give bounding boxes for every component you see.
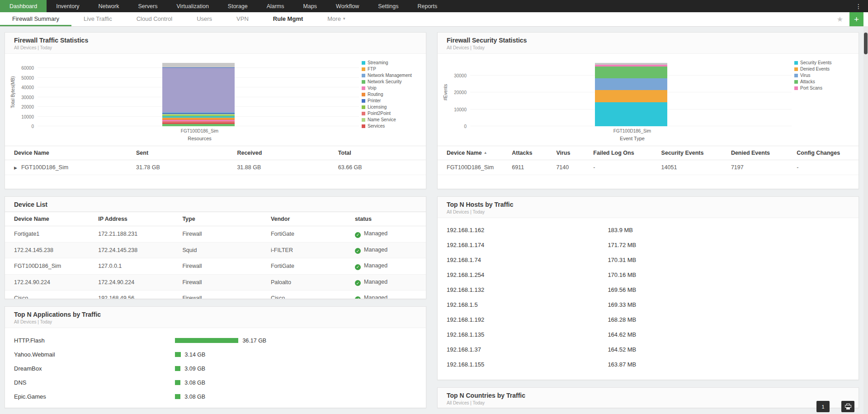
sub-nav-tabs: Firewall SummaryLive TrafficCloud Contro… bbox=[0, 12, 357, 26]
top-nav-item-settings[interactable]: Settings bbox=[368, 0, 408, 12]
alarms-shortcut-button[interactable]: 1 bbox=[816, 401, 830, 412]
sub-tab-more[interactable]: More▾ bbox=[315, 12, 357, 26]
top-nav-item-reports[interactable]: Reports bbox=[408, 0, 447, 12]
column-header-received[interactable]: Received bbox=[228, 146, 329, 160]
legend-item-services: Services bbox=[362, 124, 420, 128]
legend-item-network-management: Network Management bbox=[362, 73, 420, 78]
top-countries-card: Top N Countries by Traffic All Devices |… bbox=[437, 387, 859, 408]
y-tick-label: 20000 bbox=[21, 105, 34, 109]
legend-label: Routing bbox=[368, 92, 383, 97]
application-traffic-bar bbox=[175, 338, 238, 343]
sub-tab-live-traffic[interactable]: Live Traffic bbox=[71, 12, 124, 26]
column-header-status[interactable]: status bbox=[346, 212, 426, 226]
type-cell: Firewall bbox=[173, 226, 262, 243]
legend-label: Denied Events bbox=[800, 67, 830, 71]
legend-label: Security Events bbox=[800, 60, 831, 65]
device-name-cell: Fortigate1 bbox=[5, 226, 89, 243]
sub-tab-vpn[interactable]: VPN bbox=[224, 12, 261, 26]
legend-swatch bbox=[794, 80, 798, 84]
legend-swatch bbox=[362, 93, 365, 96]
column-header-total[interactable]: Total bbox=[329, 146, 426, 160]
table-row[interactable]: Cisco192.168.49.56FirewallCisco✓Managed bbox=[5, 290, 426, 300]
sub-tab-rule-mgmt[interactable]: Rule Mgmt bbox=[261, 12, 315, 26]
column-header-device-name[interactable]: Device Name▲ bbox=[438, 146, 503, 160]
column-header-type[interactable]: Type bbox=[173, 212, 262, 226]
column-header-failed-log-ons[interactable]: Failed Log Ons bbox=[584, 146, 652, 160]
managed-check-icon: ✓ bbox=[355, 264, 361, 270]
application-traffic-rows: HTTP.Flash36.17 GBYahoo.Webmail3.14 GBDr… bbox=[5, 328, 426, 404]
host-traffic-value: 164.52 MB bbox=[608, 346, 636, 353]
column-header-virus[interactable]: Virus bbox=[547, 146, 584, 160]
column-header-config-changes[interactable]: Config Changes bbox=[788, 146, 859, 160]
application-traffic-value: 3.09 GB bbox=[184, 366, 205, 372]
host-address: 192.168.1.74 bbox=[447, 257, 608, 263]
top-nav-item-dashboard[interactable]: Dashboard bbox=[0, 0, 47, 12]
vendor-cell: FortiGate bbox=[262, 226, 346, 243]
host-row: 192.168.1.135164.62 MB bbox=[438, 327, 859, 342]
table-row[interactable]: 172.24.90.224172.24.90.224FirewallPaloal… bbox=[5, 274, 426, 290]
security-plot-column: 0100002000030000 FGT100D186_Sim Event Ty… bbox=[448, 58, 794, 141]
managed-check-icon: ✓ bbox=[355, 280, 361, 286]
top-nav-item-alarms[interactable]: Alarms bbox=[257, 0, 294, 12]
application-name: Yahoo.Webmail bbox=[14, 351, 175, 358]
top-nav-item-workflow[interactable]: Workflow bbox=[326, 0, 368, 12]
column-header-ip-address[interactable]: IP Address bbox=[89, 212, 173, 226]
table-row[interactable]: FGT100D186_Sim127.0.0.1FirewallFortiGate… bbox=[5, 258, 426, 275]
traffic-stacked-bar-chart: 0100002000030000400005000060000 bbox=[38, 58, 359, 126]
scrollbar-thumb[interactable] bbox=[864, 33, 868, 54]
legend-label: Services bbox=[368, 124, 385, 128]
column-header-denied-events[interactable]: Denied Events bbox=[722, 146, 788, 160]
legend-swatch bbox=[362, 99, 365, 103]
host-row: 192.168.1.162183.9 MB bbox=[438, 223, 859, 238]
vertical-scrollbar[interactable] bbox=[863, 26, 868, 414]
sub-tab-users[interactable]: Users bbox=[184, 12, 224, 26]
top-nav-item-network[interactable]: Network bbox=[89, 0, 129, 12]
device-name-cell: Cisco bbox=[5, 290, 89, 300]
legend-label: Virus bbox=[800, 73, 811, 78]
overflow-menu-icon[interactable]: ⋮ bbox=[849, 0, 868, 12]
printer-icon bbox=[845, 404, 851, 409]
status-badge: Managed bbox=[364, 279, 387, 285]
sort-ascending-icon: ▲ bbox=[484, 151, 487, 155]
security-stacked-bar-chart: 0100002000030000 bbox=[470, 58, 792, 126]
ip-address-cell: 172.24.145.238 bbox=[89, 242, 173, 258]
table-row[interactable]: Fortigate1172.21.188.231FirewallFortiGat… bbox=[5, 226, 426, 243]
card-header: Top N Hosts by Traffic All Devices | Tod… bbox=[438, 197, 859, 218]
table-row[interactable]: FGT100D186_Sim69117140-140517197- bbox=[438, 160, 859, 175]
status-cell: ✓Managed bbox=[346, 258, 426, 275]
card-header: Firewall Security Statistics All Devices… bbox=[438, 33, 859, 54]
traffic-summary-table: Device NameSentReceivedTotal ▶FGT100D186… bbox=[5, 146, 426, 175]
segment-virus bbox=[595, 78, 667, 90]
column-header-vendor[interactable]: Vendor bbox=[262, 212, 346, 226]
favorite-star-icon[interactable]: ★ bbox=[837, 15, 843, 24]
legend-item-security-events: Security Events bbox=[794, 60, 852, 65]
column-header-device-name[interactable]: Device Name bbox=[5, 212, 89, 226]
sub-tab-cloud-control[interactable]: Cloud Control bbox=[124, 12, 185, 26]
firewall-traffic-statistics-card: Firewall Traffic Statistics All Devices … bbox=[5, 32, 426, 189]
table-row[interactable]: 172.24.145.238172.24.145.238Squidi-FILTE… bbox=[5, 242, 426, 258]
top-nav-item-inventory[interactable]: Inventory bbox=[47, 0, 89, 12]
ip-address-cell: 172.21.188.231 bbox=[89, 226, 173, 243]
top-nav-item-servers[interactable]: Servers bbox=[128, 0, 167, 12]
top-nav-item-maps[interactable]: Maps bbox=[294, 0, 327, 12]
host-address: 192.168.1.174 bbox=[447, 242, 608, 248]
host-address: 192.168.1.254 bbox=[447, 271, 608, 278]
y-tick-label: 50000 bbox=[21, 75, 34, 80]
chevron-down-icon: ▾ bbox=[343, 16, 345, 21]
print-button[interactable] bbox=[841, 401, 854, 412]
column-header-attacks[interactable]: Attacks bbox=[503, 146, 547, 160]
vendor-cell: Cisco bbox=[262, 290, 346, 300]
managed-check-icon: ✓ bbox=[355, 248, 361, 254]
top-nav-item-storage[interactable]: Storage bbox=[218, 0, 257, 12]
security-chart-legend: Security EventsDenied EventsVirusAttacks… bbox=[794, 58, 852, 90]
expand-row-icon[interactable]: ▶ bbox=[14, 166, 17, 170]
sub-tab-firewall-summary[interactable]: Firewall Summary bbox=[0, 12, 71, 26]
type-cell: Squid bbox=[173, 242, 262, 258]
column-header-device-name[interactable]: Device Name bbox=[5, 146, 127, 160]
add-widget-button[interactable]: + bbox=[849, 12, 863, 26]
table-row[interactable]: ▶FGT100D186_Sim31.78 GB31.88 GB63.66 GB bbox=[5, 160, 426, 175]
column-header-security-events[interactable]: Security Events bbox=[652, 146, 722, 160]
application-name: DreamBox bbox=[14, 365, 175, 372]
top-nav-item-virtualization[interactable]: Virtualization bbox=[167, 0, 218, 12]
column-header-sent[interactable]: Sent bbox=[127, 146, 228, 160]
